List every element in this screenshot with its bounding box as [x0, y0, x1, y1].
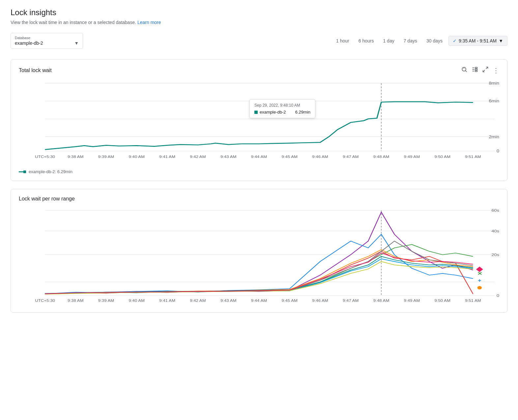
database-value: example-db-2 — [15, 40, 43, 46]
fullscreen-icon[interactable] — [482, 66, 489, 74]
chart2-svg: 60s 40s 20s 0 UTC+5:30 9:38 AM 9:39 AM 9… — [19, 207, 499, 306]
svg-text:9:39 AM: 9:39 AM — [98, 155, 114, 159]
chart1-legend-label: example-db-2: 6.29min — [29, 169, 72, 174]
chart-total-lock-wait: Total lock wait ⋮ 8min 6min 2min — [11, 59, 507, 181]
svg-line-1 — [466, 71, 467, 72]
svg-text:40s: 40s — [492, 229, 499, 233]
svg-text:9:40 AM: 9:40 AM — [129, 299, 145, 302]
search-icon[interactable] — [461, 66, 468, 74]
svg-text:UTC+5:30: UTC+5:30 — [35, 299, 55, 302]
svg-text:9:43 AM: 9:43 AM — [220, 155, 237, 159]
database-selector[interactable]: Database example-db-2 ▼ — [11, 33, 83, 49]
svg-text:9:41 AM: 9:41 AM — [159, 299, 175, 302]
svg-text:9:39 AM: 9:39 AM — [98, 299, 114, 302]
check-icon: ✓ — [453, 38, 457, 43]
svg-text:60s: 60s — [492, 208, 499, 213]
chart1-area: 8min 6min 2min 0 UTC+5:30 9:38 AM 9:39 A… — [19, 80, 499, 165]
svg-text:9:41 AM: 9:41 AM — [159, 155, 175, 159]
svg-point-0 — [462, 67, 466, 71]
svg-text:9:44 AM: 9:44 AM — [251, 155, 267, 159]
svg-text:9:47 AM: 9:47 AM — [343, 299, 359, 302]
controls-row: Database example-db-2 ▼ 1 hour 6 hours 1… — [11, 33, 507, 49]
learn-more-link[interactable]: Learn more — [137, 20, 161, 25]
svg-text:9:48 AM: 9:48 AM — [373, 155, 389, 159]
chart1-legend: example-db-2: 6.29min — [19, 169, 499, 174]
time-controls: 1 hour 6 hours 1 day 7 days 30 days ✓ 9:… — [333, 36, 507, 46]
svg-text:9:38 AM: 9:38 AM — [68, 299, 84, 302]
database-label: Database — [15, 36, 79, 40]
chart2-title: Lock wait per row range — [19, 196, 75, 202]
page-title: Lock insights — [11, 8, 507, 17]
legend-icon[interactable] — [472, 66, 478, 74]
chart2-area: 60s 40s 20s 0 UTC+5:30 9:38 AM 9:39 AM 9… — [19, 207, 499, 306]
svg-text:9:50 AM: 9:50 AM — [434, 155, 450, 159]
more-icon[interactable]: ⋮ — [493, 66, 499, 74]
svg-text:9:51 AM: 9:51 AM — [465, 299, 481, 302]
svg-text:9:43 AM: 9:43 AM — [220, 299, 237, 302]
svg-text:0: 0 — [497, 149, 499, 153]
time-range-value: 9:35 AM - 9:51 AM — [459, 38, 497, 43]
chart1-title: Total lock wait — [19, 67, 52, 73]
svg-text:8min: 8min — [489, 81, 499, 85]
svg-text:9:42 AM: 9:42 AM — [190, 299, 206, 302]
svg-rect-7 — [475, 70, 477, 71]
time-option-7days[interactable]: 7 days — [400, 36, 420, 45]
svg-text:9:45 AM: 9:45 AM — [281, 155, 298, 159]
svg-text:9:46 AM: 9:46 AM — [312, 155, 328, 159]
svg-point-65 — [477, 286, 482, 289]
time-option-6hours[interactable]: 6 hours — [355, 36, 377, 45]
svg-text:9:45 AM: 9:45 AM — [281, 299, 298, 302]
time-option-30days[interactable]: 30 days — [423, 36, 446, 45]
time-option-1hour[interactable]: 1 hour — [333, 36, 353, 45]
svg-rect-36 — [23, 171, 26, 173]
time-range-dropdown-icon: ▼ — [499, 38, 503, 43]
svg-text:9:40 AM: 9:40 AM — [129, 155, 145, 159]
svg-text:9:49 AM: 9:49 AM — [404, 155, 420, 159]
svg-text:9:49 AM: 9:49 AM — [404, 299, 420, 302]
svg-line-9 — [483, 70, 485, 72]
time-option-1day[interactable]: 1 day — [380, 36, 397, 45]
svg-rect-6 — [475, 69, 477, 70]
svg-text:✕: ✕ — [477, 271, 482, 276]
svg-text:9:42 AM: 9:42 AM — [190, 155, 206, 159]
svg-rect-5 — [475, 67, 477, 68]
chart1-svg: 8min 6min 2min 0 UTC+5:30 9:38 AM 9:39 A… — [19, 80, 499, 165]
time-range-button[interactable]: ✓ 9:35 AM - 9:51 AM ▼ — [448, 36, 507, 46]
svg-line-8 — [486, 67, 488, 69]
chart1-actions: ⋮ — [461, 66, 499, 74]
svg-text:0: 0 — [497, 294, 499, 298]
legend-line-icon — [19, 170, 26, 174]
svg-text:6min: 6min — [489, 99, 499, 103]
svg-text:9:44 AM: 9:44 AM — [251, 299, 267, 302]
svg-text:+: + — [478, 278, 481, 283]
database-dropdown-icon: ▼ — [74, 40, 79, 46]
svg-text:9:51 AM: 9:51 AM — [465, 155, 481, 159]
svg-text:9:46 AM: 9:46 AM — [312, 299, 328, 302]
svg-text:UTC+5:30: UTC+5:30 — [35, 155, 55, 159]
page-subtitle: View the lock wait time in an instance o… — [11, 20, 507, 25]
chart2-header: Lock wait per row range — [19, 196, 499, 202]
chart1-header: Total lock wait ⋮ — [19, 66, 499, 74]
svg-text:20s: 20s — [492, 253, 499, 257]
svg-text:9:47 AM: 9:47 AM — [343, 155, 359, 159]
svg-text:2min: 2min — [489, 135, 499, 139]
svg-text:9:48 AM: 9:48 AM — [373, 299, 389, 302]
svg-text:9:38 AM: 9:38 AM — [68, 155, 84, 159]
svg-text:9:50 AM: 9:50 AM — [434, 299, 450, 302]
chart-lock-wait-row-range: Lock wait per row range 60s 40s 20s 0 UT… — [11, 189, 507, 313]
